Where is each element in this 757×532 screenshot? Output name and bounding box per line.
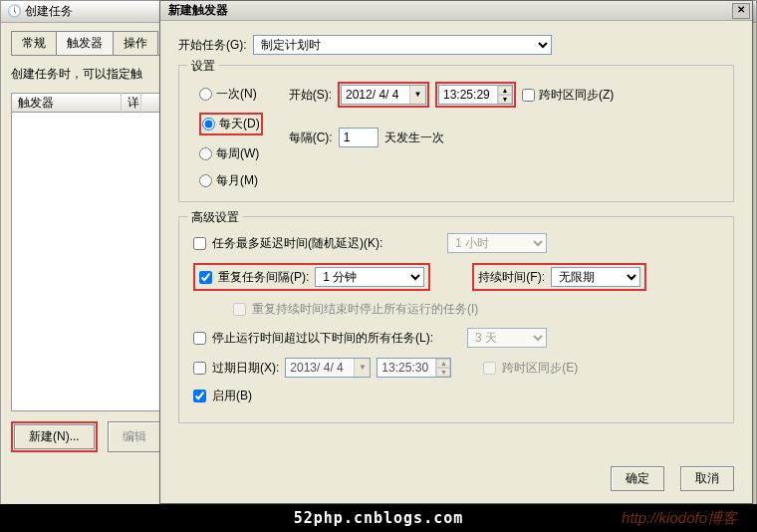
advanced-legend: 高级设置 [187, 209, 243, 226]
stop-after-select: 3 天 [467, 328, 547, 348]
expire-date-input: ▼ [285, 358, 371, 378]
repeat-interval-select[interactable]: 1 分钟 [315, 267, 424, 287]
dialog-titlebar: 新建触发器 ✕ [160, 1, 752, 21]
dialog-title: 新建触发器 [168, 2, 228, 19]
settings-legend: 设置 [187, 58, 219, 75]
new-trigger-dialog: 新建触发器 ✕ 开始任务(G): 制定计划时 设置 一次(N) 每天(D) 每周… [159, 0, 753, 504]
expire-tz-check [483, 362, 496, 375]
watermark-url: http://kiodofo博客 [622, 509, 737, 528]
repeat-stop-check [233, 303, 246, 316]
stop-after-label: 停止运行时间超过以下时间的所有任务(L): [212, 330, 461, 347]
ok-button[interactable]: 确定 [611, 466, 664, 491]
spin-up-icon[interactable]: ▲ [498, 86, 512, 95]
expire-label: 过期日期(X): [212, 360, 279, 377]
expire-check[interactable] [193, 362, 206, 375]
cancel-button[interactable]: 取消 [680, 466, 734, 491]
expire-time-input: ▲▼ [377, 358, 451, 378]
edit-button: 编辑 [108, 421, 161, 452]
tz-sync-check[interactable]: 跨时区同步(Z) [522, 87, 614, 104]
settings-group: 设置 一次(N) 每天(D) 每周(W) 每月(M) 开始(S): ▼ ▲▼ 跨… [178, 65, 734, 202]
duration-label: 持续时间(F): [478, 269, 545, 286]
advanced-group: 高级设置 任务最多延迟时间(随机延迟)(K): 1 小时 重复任务间隔(P): … [178, 216, 734, 423]
repeat-label: 重复任务间隔(P): [218, 269, 309, 286]
start-time-input[interactable]: ▲▼ [438, 85, 513, 105]
every-suffix: 天发生一次 [384, 130, 444, 146]
tab-general[interactable]: 常规 [11, 31, 57, 55]
radio-monthly[interactable]: 每月(M) [199, 172, 263, 189]
delay-label: 任务最多延迟时间(随机延迟)(K): [212, 235, 441, 252]
chevron-down-icon: ▼ [354, 359, 370, 377]
begin-task-select[interactable]: 制定计划时 [253, 35, 552, 55]
every-input[interactable] [339, 128, 378, 147]
radio-weekly[interactable]: 每周(W) [199, 145, 263, 162]
clock-icon: 🕔 [7, 4, 25, 18]
col-trigger[interactable]: 触发器 [12, 93, 122, 114]
radio-once[interactable]: 一次(N) [199, 86, 263, 103]
repeat-check[interactable] [199, 271, 212, 284]
repeat-stop-label: 重复持续时间结束时停止所有运行的任务(I) [252, 301, 478, 318]
delay-select: 1 小时 [447, 233, 547, 253]
start-label: 开始(S): [289, 87, 332, 104]
delay-check[interactable] [193, 237, 206, 250]
col-detail[interactable]: 详 [122, 93, 141, 114]
frequency-radios: 一次(N) 每天(D) 每周(W) 每月(M) [193, 82, 269, 193]
enabled-check[interactable] [193, 390, 206, 402]
chevron-down-icon[interactable]: ▼ [409, 86, 425, 104]
stop-after-check[interactable] [193, 332, 206, 345]
radio-daily[interactable]: 每天(D) [202, 116, 260, 133]
start-date-input[interactable]: ▼ [341, 85, 426, 105]
expire-tz-label: 跨时区同步(E) [502, 360, 578, 377]
every-label: 每隔(C): [289, 130, 333, 146]
tab-actions[interactable]: 操作 [113, 31, 158, 55]
spin-down-icon[interactable]: ▼ [498, 95, 512, 104]
enabled-label: 启用(B) [212, 388, 252, 404]
new-button[interactable]: 新建(N)... [14, 424, 95, 449]
close-icon[interactable]: ✕ [732, 3, 750, 19]
begin-task-label: 开始任务(G): [178, 37, 247, 54]
tab-triggers[interactable]: 触发器 [56, 31, 114, 55]
duration-select[interactable]: 无限期 [551, 267, 640, 287]
title-text: 创建任务 [25, 4, 73, 18]
